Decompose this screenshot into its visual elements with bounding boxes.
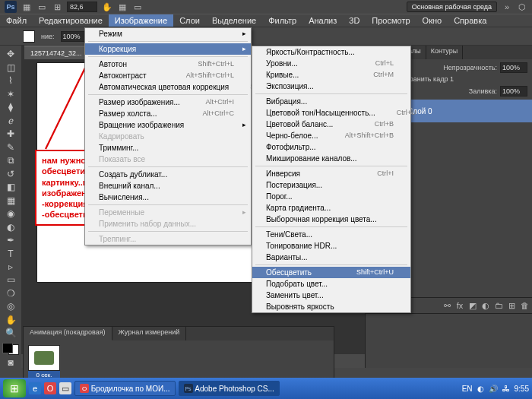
new-layer-icon[interactable]: ⊞ (506, 300, 517, 311)
lasso-tool-icon[interactable]: ⌇ (3, 75, 18, 86)
workspace-button[interactable]: Основная рабочая среда (407, 2, 497, 12)
menu-image[interactable]: Изображение (109, 14, 173, 27)
workspace-more-icon[interactable]: » (502, 2, 512, 12)
crop-tool-icon[interactable]: ⧫ (3, 102, 18, 112)
menu-select[interactable]: Выделение (206, 14, 262, 27)
menu-window[interactable]: Окно (416, 14, 448, 27)
wand-tool-icon[interactable]: ✶ (3, 88, 18, 99)
path-tool-icon[interactable]: ▹ (3, 261, 18, 272)
quickmask-icon[interactable]: ◙ (3, 357, 18, 368)
menu-auto-color[interactable]: Автоматическая цветовая коррекцияShift+C… (85, 81, 251, 93)
tray-icon[interactable]: ◐ (477, 385, 484, 393)
adj-threshold[interactable]: Порог... (252, 191, 410, 202)
zoom-tool-icon[interactable]: 🔍 (3, 328, 18, 338)
adj-replace-color[interactable]: Заменить цвет... (252, 290, 410, 301)
menu-external-channel[interactable]: Внешний канал... (85, 180, 251, 192)
adj-variations[interactable]: Варианты... (252, 252, 410, 263)
menu-image-rotation[interactable]: Вращение изображения▸ (85, 119, 251, 131)
eraser-tool-icon[interactable]: ◧ (3, 182, 18, 192)
cslive-icon[interactable]: ⬡ (517, 2, 527, 12)
3d-tool-icon[interactable]: ❍ (3, 288, 18, 299)
paths-panel-tab[interactable]: Контуры (426, 46, 463, 59)
adj-shadows-highlights[interactable]: Тени/Света... (252, 229, 410, 240)
stamp-tool-icon[interactable]: ⧉ (3, 155, 18, 166)
menu-duplicate[interactable]: Создать дубликат... (85, 169, 251, 180)
delete-layer-icon[interactable]: 🗑 (519, 300, 530, 311)
adj-channel-mixer[interactable]: Микширование каналов... (252, 153, 410, 164)
arrange-icon[interactable]: ▦ (117, 2, 128, 12)
quick-launch-icon-2[interactable]: ▭ (59, 382, 71, 394)
hand-icon[interactable]: ✋ (102, 2, 112, 12)
menu-trapping[interactable]: Треппинг... (85, 233, 251, 245)
taskbar-button-photoshop[interactable]: Ps Adobe Photoshop CS... (179, 381, 280, 396)
language-indicator[interactable]: EN (462, 385, 473, 393)
history-brush-icon[interactable]: ↺ (3, 168, 18, 179)
adjustment-layer-icon[interactable]: ◐ (480, 300, 491, 311)
fg-swatch[interactable] (23, 30, 35, 43)
measurement-log-tab[interactable]: Журнал измерений (112, 327, 187, 340)
adj-hdr-toning[interactable]: Тонирование HDR... (252, 240, 410, 252)
quick-launch-icon[interactable]: e (29, 382, 41, 394)
bridge-icon[interactable]: ▦ (21, 2, 32, 12)
eyedropper-tool-icon[interactable]: ℯ (3, 115, 18, 125)
menu-image-size[interactable]: Размер изображения...Alt+Ctrl+I (85, 97, 251, 108)
adj-invert[interactable]: ИнверсияCtrl+I (252, 168, 410, 179)
taskbar-button-opera[interactable]: O Бродилочка по МОИ... (74, 381, 176, 396)
blur-tool-icon[interactable]: ◉ (3, 208, 18, 219)
layer-opacity-field[interactable]: 100% (500, 62, 527, 73)
layer-mask-icon[interactable]: ◩ (467, 300, 478, 311)
move-tool-icon[interactable]: ✥ (3, 49, 18, 59)
document-tab[interactable]: 125714742_32... (24, 46, 88, 59)
adj-hue[interactable]: Цветовой тон/Насыщенность...Ctrl+U (252, 107, 410, 119)
menu-mode[interactable]: Режим▸ (85, 28, 251, 40)
type-tool-icon[interactable]: T (3, 248, 18, 258)
adj-gradient-map[interactable]: Карта градиента... (252, 202, 410, 214)
menu-canvas-size[interactable]: Размер холста...Alt+Ctrl+C (85, 108, 251, 119)
fg-bg-swatch[interactable] (2, 343, 19, 355)
layer-fill-field[interactable]: 100% (500, 86, 527, 97)
layer-style-icon[interactable]: fx (454, 300, 465, 311)
menu-crop[interactable]: Кадрировать (85, 131, 251, 142)
menu-file[interactable]: Файл (0, 14, 33, 27)
hand-tool-icon[interactable]: ✋ (3, 315, 18, 325)
animation-tab[interactable]: Анимация (покадровая) (24, 327, 112, 340)
adj-brightness[interactable]: Яркость/Контрастность... (252, 46, 410, 58)
adj-black-white[interactable]: Черно-белое...Alt+Shift+Ctrl+B (252, 130, 410, 141)
menu-reveal-all[interactable]: Показать все (85, 154, 251, 165)
tray-volume-icon[interactable]: 🔊 (489, 385, 498, 393)
menu-auto-contrast[interactable]: АвтоконтрастAlt+Shift+Ctrl+L (85, 70, 251, 81)
viewextras-icon[interactable]: ⊞ (52, 2, 62, 12)
clock[interactable]: 9:55 (515, 385, 529, 393)
brush-tool-icon[interactable]: ✎ (3, 141, 18, 152)
dodge-tool-icon[interactable]: ◐ (3, 221, 18, 232)
minibridge-icon[interactable]: ▭ (36, 2, 47, 12)
pen-tool-icon[interactable]: ✒ (3, 235, 18, 245)
camera-tool-icon[interactable]: ◎ (3, 301, 18, 312)
menu-3d[interactable]: 3D (343, 14, 366, 27)
menu-trim[interactable]: Тримминг... (85, 142, 251, 154)
gradient-tool-icon[interactable]: ▦ (3, 195, 18, 205)
menu-variables[interactable]: Переменные▸ (85, 207, 251, 218)
menu-help[interactable]: Справка (448, 14, 492, 27)
menu-adjustments[interactable]: Коррекция▸ (85, 43, 251, 55)
menu-view[interactable]: Просмотр (366, 14, 416, 27)
adj-selective-color[interactable]: Выборочная коррекция цвета... (252, 214, 410, 225)
adj-curves[interactable]: Кривые...Ctrl+M (252, 69, 410, 81)
menu-analysis[interactable]: Анализ (302, 14, 343, 27)
group-icon[interactable]: 🗀 (493, 300, 504, 311)
screen-icon[interactable]: ▭ (132, 2, 143, 12)
menu-calculations[interactable]: Вычисления... (85, 192, 251, 203)
adj-desaturate[interactable]: ОбесцветитьShift+Ctrl+U (252, 267, 410, 278)
marquee-tool-icon[interactable]: ◫ (3, 62, 18, 72)
adj-vibrance[interactable]: Вибрация... (252, 96, 410, 107)
tray-network-icon[interactable]: 🖧 (502, 385, 510, 393)
link-layers-icon[interactable]: ⚯ (442, 300, 452, 311)
shape-tool-icon[interactable]: ▭ (3, 274, 18, 285)
adj-exposure[interactable]: Экспозиция... (252, 81, 410, 92)
start-button[interactable]: ⊞ (3, 379, 26, 397)
adj-posterize[interactable]: Постеризация... (252, 179, 410, 191)
adj-color-balance[interactable]: Цветовой баланс...Ctrl+B (252, 119, 410, 130)
adj-photo-filter[interactable]: Фотофильтр... (252, 141, 410, 153)
menu-auto-tone[interactable]: АвтотонShift+Ctrl+L (85, 59, 251, 70)
menu-edit[interactable]: Редактирование (33, 14, 109, 27)
